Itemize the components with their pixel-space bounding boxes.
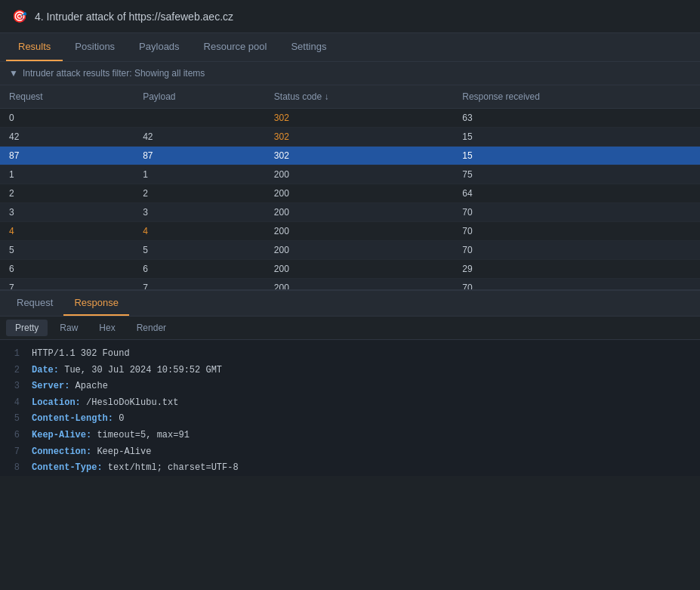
line-number: 8: [9, 460, 20, 476]
bottom-tabs: Request Response: [0, 291, 700, 317]
col-status[interactable]: Status code ↓: [265, 85, 453, 109]
col-response[interactable]: Response received: [453, 85, 700, 109]
cell-request: 0: [0, 109, 134, 128]
cell-status: 200: [265, 165, 453, 184]
code-value: timeout=5, max=91: [91, 430, 190, 440]
cell-status: 200: [265, 203, 453, 222]
header-title: 4. Intruder attack of https://safeweb.ae…: [35, 11, 233, 23]
table-row[interactable]: 6 6 200 29: [0, 260, 700, 279]
cell-response: 63: [453, 109, 700, 128]
code-line: 7 Connection: Keep-Alive: [9, 444, 691, 461]
code-value: Apache: [69, 381, 107, 391]
cell-request: 4: [0, 222, 134, 241]
code-keyword: Date:: [32, 365, 59, 375]
table-row[interactable]: 42 42 302 15: [0, 128, 700, 147]
table-row[interactable]: 4 4 200 70: [0, 222, 700, 241]
sub-tab-render[interactable]: Render: [128, 320, 175, 336]
code-value: text/html; charset=UTF-8: [103, 462, 239, 473]
code-line: 4 Location: /HesloDoKlubu.txt: [9, 395, 691, 412]
table-row[interactable]: 2 2 200 64: [0, 184, 700, 203]
sub-tab-hex[interactable]: Hex: [90, 320, 124, 336]
cell-status: 200: [265, 222, 453, 241]
table-row[interactable]: 7 7 200 70: [0, 279, 700, 290]
line-number: 1: [9, 346, 20, 363]
col-request[interactable]: Request: [0, 85, 134, 109]
tab-request[interactable]: Request: [6, 291, 63, 316]
cell-payload: 2: [134, 184, 265, 203]
main-tabs: Results Positions Payloads Resource pool…: [0, 33, 700, 62]
tab-settings[interactable]: Settings: [279, 33, 338, 61]
line-content: Server: Apache: [32, 378, 108, 395]
table-row[interactable]: 1 1 200 75: [0, 165, 700, 184]
code-value: HTTP/1.1 302 Found: [32, 348, 130, 359]
cell-payload: 3: [134, 203, 265, 222]
filter-bar: ▼ Intruder attack results filter: Showin…: [0, 62, 700, 85]
line-number: 3: [9, 378, 20, 395]
cell-payload: 87: [134, 147, 265, 165]
line-content: Content-Length: 0: [32, 411, 124, 428]
cell-response: 70: [453, 279, 700, 290]
tab-payloads[interactable]: Payloads: [127, 33, 191, 61]
cell-status: 200: [265, 241, 453, 260]
table-row[interactable]: 3 3 200 70: [0, 203, 700, 222]
cell-response: 70: [453, 203, 700, 222]
cell-response: 15: [453, 128, 700, 147]
cell-response: 70: [453, 222, 700, 241]
cell-request: 1: [0, 165, 134, 184]
results-table-container[interactable]: Request Payload Status code ↓ Response r…: [0, 85, 700, 289]
tab-positions[interactable]: Positions: [63, 33, 127, 61]
tab-response[interactable]: Response: [63, 291, 129, 316]
sub-tab-raw[interactable]: Raw: [51, 320, 87, 336]
line-content: Connection: Keep-Alive: [32, 444, 151, 461]
line-content: Keep-Alive: timeout=5, max=91: [32, 428, 190, 444]
code-line: 6 Keep-Alive: timeout=5, max=91: [9, 428, 691, 444]
code-keyword: Connection:: [32, 446, 91, 457]
code-keyword: Keep-Alive:: [32, 430, 91, 440]
code-value: Keep-Alive: [91, 446, 151, 457]
table-row[interactable]: 0 302 63: [0, 109, 700, 128]
col-payload[interactable]: Payload: [134, 85, 265, 109]
bottom-panel: Request Response Pretty Raw Hex Render 1…: [0, 289, 700, 476]
cell-response: 70: [453, 241, 700, 260]
line-content: Date: Tue, 30 Jul 2024 10:59:52 GMT: [32, 363, 222, 379]
code-display: 1 HTTP/1.1 302 Found 2 Date: Tue, 30 Jul…: [0, 340, 700, 476]
cell-request: 5: [0, 241, 134, 260]
table-row[interactable]: 5 5 200 70: [0, 241, 700, 260]
cell-request: 42: [0, 128, 134, 147]
line-number: 4: [9, 395, 20, 412]
cell-payload: 42: [134, 128, 265, 147]
cell-request: 2: [0, 184, 134, 203]
cell-request: 87: [0, 147, 134, 165]
code-line: 2 Date: Tue, 30 Jul 2024 10:59:52 GMT: [9, 363, 691, 379]
code-value: /HesloDoKlubu.txt: [81, 397, 179, 408]
results-table: Request Payload Status code ↓ Response r…: [0, 85, 700, 289]
cell-payload: 7: [134, 279, 265, 290]
line-content: HTTP/1.1 302 Found: [32, 346, 130, 363]
sub-tab-pretty[interactable]: Pretty: [6, 320, 48, 336]
line-number: 6: [9, 428, 20, 444]
line-number: 5: [9, 411, 20, 428]
tab-results[interactable]: Results: [6, 33, 63, 61]
cell-payload: 5: [134, 241, 265, 260]
cell-payload: [134, 109, 265, 128]
code-line: 1 HTTP/1.1 302 Found: [9, 346, 691, 363]
tab-resource-pool[interactable]: Resource pool: [192, 33, 279, 61]
header-icon: 🎯: [12, 9, 27, 23]
cell-status: 302: [265, 147, 453, 165]
code-keyword: Server:: [32, 381, 69, 391]
sub-tabs: Pretty Raw Hex Render: [0, 317, 700, 340]
cell-status: 200: [265, 260, 453, 279]
cell-request: 7: [0, 279, 134, 290]
code-line: 5 Content-Length: 0: [9, 411, 691, 428]
cell-payload: 6: [134, 260, 265, 279]
cell-status: 200: [265, 184, 453, 203]
code-line: 3 Server: Apache: [9, 378, 691, 395]
header: 🎯 4. Intruder attack of https://safeweb.…: [0, 0, 700, 33]
code-value: 0: [113, 413, 124, 424]
cell-status: 302: [265, 128, 453, 147]
cell-request: 3: [0, 203, 134, 222]
table-row[interactable]: 87 87 302 15: [0, 147, 700, 165]
cell-status: 200: [265, 279, 453, 290]
cell-response: 15: [453, 147, 700, 165]
filter-text: Intruder attack results filter: Showing …: [23, 68, 205, 79]
